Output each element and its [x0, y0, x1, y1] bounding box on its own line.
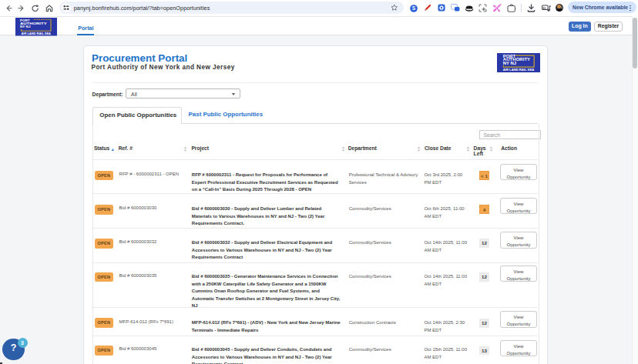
svg-text:S: S — [411, 5, 415, 11]
svg-text:NY NJ: NY NJ — [20, 25, 31, 28]
svg-text:AIR LAND RAIL SEA: AIR LAND RAIL SEA — [21, 32, 51, 35]
svg-text:AIR LAND RAIL SEA: AIR LAND RAIL SEA — [502, 68, 534, 72]
svg-text:NY NJ: NY NJ — [502, 62, 516, 65]
